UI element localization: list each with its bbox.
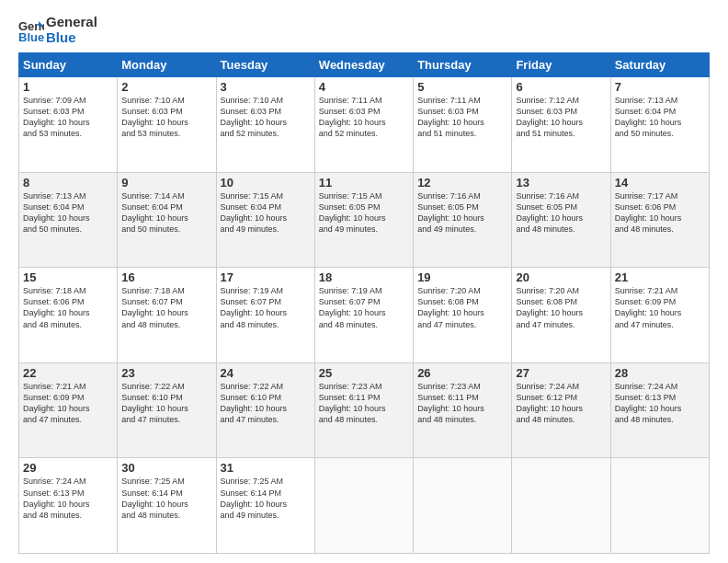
day-cell: 31Sunrise: 7:25 AM Sunset: 6:14 PM Dayli… [216,458,314,554]
day-info: Sunrise: 7:15 AM Sunset: 6:05 PM Dayligh… [319,190,409,236]
day-cell: 27Sunrise: 7:24 AM Sunset: 6:12 PM Dayli… [512,362,610,458]
day-number: 2 [121,80,211,94]
day-info: Sunrise: 7:14 AM Sunset: 6:04 PM Dayligh… [121,190,211,236]
day-number: 18 [319,270,409,284]
day-cell: 3Sunrise: 7:10 AM Sunset: 6:03 PM Daylig… [216,77,314,173]
day-info: Sunrise: 7:16 AM Sunset: 6:05 PM Dayligh… [417,190,507,236]
day-cell: 15Sunrise: 7:18 AM Sunset: 6:06 PM Dayli… [19,268,118,363]
day-number: 6 [516,80,606,94]
day-cell: 8Sunrise: 7:13 AM Sunset: 6:04 PM Daylig… [19,172,118,268]
day-cell: 23Sunrise: 7:22 AM Sunset: 6:10 PM Dayli… [118,362,216,458]
day-cell: 17Sunrise: 7:19 AM Sunset: 6:07 PM Dayli… [216,268,314,363]
day-info: Sunrise: 7:24 AM Sunset: 6:12 PM Dayligh… [516,381,606,426]
day-info: Sunrise: 7:11 AM Sunset: 6:03 PM Dayligh… [417,95,507,140]
day-number: 12 [417,176,507,190]
day-cell: 14Sunrise: 7:17 AM Sunset: 6:06 PM Dayli… [610,172,709,268]
day-cell: 20Sunrise: 7:20 AM Sunset: 6:08 PM Dayli… [512,268,610,363]
day-info: Sunrise: 7:18 AM Sunset: 6:06 PM Dayligh… [23,285,113,330]
day-cell: 9Sunrise: 7:14 AM Sunset: 6:04 PM Daylig… [118,172,216,268]
day-info: Sunrise: 7:19 AM Sunset: 6:07 PM Dayligh… [319,285,409,330]
day-number: 11 [319,176,409,190]
day-number: 17 [221,270,311,284]
weekday-header-monday: Monday [118,53,216,77]
day-number: 5 [417,80,507,94]
week-row-5: 29Sunrise: 7:24 AM Sunset: 6:13 PM Dayli… [19,458,710,554]
day-cell: 29Sunrise: 7:24 AM Sunset: 6:13 PM Dayli… [19,458,118,554]
day-info: Sunrise: 7:10 AM Sunset: 6:03 PM Dayligh… [221,95,311,140]
day-cell: 2Sunrise: 7:10 AM Sunset: 6:03 PM Daylig… [118,77,216,173]
week-row-4: 22Sunrise: 7:21 AM Sunset: 6:09 PM Dayli… [19,362,710,458]
weekday-header-tuesday: Tuesday [216,53,314,77]
logo-general: General [46,15,97,30]
day-number: 26 [417,366,507,380]
day-info: Sunrise: 7:12 AM Sunset: 6:03 PM Dayligh… [516,95,606,140]
day-number: 28 [615,366,705,380]
calendar-page: General Blue General Blue SundayMondayTu… [0,0,728,563]
day-cell: 5Sunrise: 7:11 AM Sunset: 6:03 PM Daylig… [414,77,512,173]
day-cell: 13Sunrise: 7:16 AM Sunset: 6:05 PM Dayli… [512,172,610,268]
day-cell: 28Sunrise: 7:24 AM Sunset: 6:13 PM Dayli… [610,362,709,458]
day-cell [414,458,512,554]
day-number: 31 [221,461,311,475]
week-row-2: 8Sunrise: 7:13 AM Sunset: 6:04 PM Daylig… [19,172,710,268]
weekday-header-saturday: Saturday [610,53,709,77]
day-number: 29 [23,461,113,475]
day-number: 10 [221,176,311,190]
day-info: Sunrise: 7:23 AM Sunset: 6:11 PM Dayligh… [319,381,409,426]
day-cell [314,458,413,554]
day-cell: 22Sunrise: 7:21 AM Sunset: 6:09 PM Dayli… [19,362,118,458]
day-info: Sunrise: 7:09 AM Sunset: 6:03 PM Dayligh… [23,95,113,140]
day-info: Sunrise: 7:21 AM Sunset: 6:09 PM Dayligh… [23,381,113,426]
day-number: 14 [615,176,705,190]
day-cell: 6Sunrise: 7:12 AM Sunset: 6:03 PM Daylig… [512,77,610,173]
day-cell: 4Sunrise: 7:11 AM Sunset: 6:03 PM Daylig… [314,77,413,173]
day-cell: 21Sunrise: 7:21 AM Sunset: 6:09 PM Dayli… [610,268,709,363]
day-number: 27 [516,366,606,380]
day-number: 20 [516,270,606,284]
day-number: 1 [23,80,113,94]
day-number: 13 [516,176,606,190]
day-number: 21 [615,270,705,284]
day-info: Sunrise: 7:22 AM Sunset: 6:10 PM Dayligh… [221,381,311,426]
day-cell: 19Sunrise: 7:20 AM Sunset: 6:08 PM Dayli… [414,268,512,363]
header: General Blue General Blue [18,15,710,45]
weekday-header-friday: Friday [512,53,610,77]
day-info: Sunrise: 7:23 AM Sunset: 6:11 PM Dayligh… [417,381,507,426]
day-cell [610,458,709,554]
week-row-1: 1Sunrise: 7:09 AM Sunset: 6:03 PM Daylig… [19,77,710,173]
day-cell: 26Sunrise: 7:23 AM Sunset: 6:11 PM Dayli… [414,362,512,458]
day-info: Sunrise: 7:22 AM Sunset: 6:10 PM Dayligh… [121,381,211,426]
day-info: Sunrise: 7:18 AM Sunset: 6:07 PM Dayligh… [121,285,211,330]
day-number: 24 [221,366,311,380]
day-number: 3 [221,80,311,94]
logo: General Blue General Blue [18,15,97,45]
day-number: 22 [23,366,113,380]
weekday-header-wednesday: Wednesday [314,53,413,77]
day-info: Sunrise: 7:16 AM Sunset: 6:05 PM Dayligh… [516,190,606,236]
day-cell: 7Sunrise: 7:13 AM Sunset: 6:04 PM Daylig… [610,77,709,173]
day-info: Sunrise: 7:24 AM Sunset: 6:13 PM Dayligh… [615,381,705,426]
day-number: 16 [121,270,211,284]
day-info: Sunrise: 7:15 AM Sunset: 6:04 PM Dayligh… [221,190,311,236]
calendar-table: SundayMondayTuesdayWednesdayThursdayFrid… [18,52,710,554]
day-info: Sunrise: 7:10 AM Sunset: 6:03 PM Dayligh… [121,95,211,140]
day-info: Sunrise: 7:25 AM Sunset: 6:14 PM Dayligh… [121,476,211,521]
day-cell: 18Sunrise: 7:19 AM Sunset: 6:07 PM Dayli… [314,268,413,363]
day-cell: 1Sunrise: 7:09 AM Sunset: 6:03 PM Daylig… [19,77,118,173]
day-info: Sunrise: 7:20 AM Sunset: 6:08 PM Dayligh… [417,285,507,330]
day-number: 7 [615,80,705,94]
day-cell: 16Sunrise: 7:18 AM Sunset: 6:07 PM Dayli… [118,268,216,363]
day-number: 23 [121,366,211,380]
day-cell: 12Sunrise: 7:16 AM Sunset: 6:05 PM Dayli… [414,172,512,268]
day-info: Sunrise: 7:19 AM Sunset: 6:07 PM Dayligh… [221,285,311,330]
logo-icon: General Blue [18,17,44,43]
day-info: Sunrise: 7:11 AM Sunset: 6:03 PM Dayligh… [319,95,409,140]
day-number: 19 [417,270,507,284]
day-info: Sunrise: 7:25 AM Sunset: 6:14 PM Dayligh… [221,476,311,521]
day-info: Sunrise: 7:17 AM Sunset: 6:06 PM Dayligh… [615,190,705,236]
day-cell: 30Sunrise: 7:25 AM Sunset: 6:14 PM Dayli… [118,458,216,554]
day-info: Sunrise: 7:13 AM Sunset: 6:04 PM Dayligh… [615,95,705,140]
svg-text:Blue: Blue [18,30,44,43]
weekday-header-row: SundayMondayTuesdayWednesdayThursdayFrid… [19,53,710,77]
day-info: Sunrise: 7:21 AM Sunset: 6:09 PM Dayligh… [615,285,705,330]
